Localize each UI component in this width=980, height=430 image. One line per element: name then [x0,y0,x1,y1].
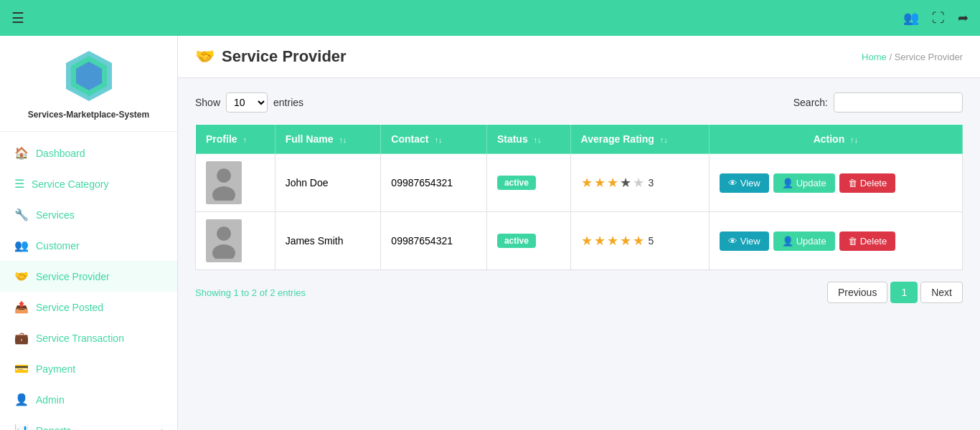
sidebar-label-service-transaction: Service Transaction [36,333,124,344]
showing-of: of [260,287,268,298]
delete-icon-2: 🗑 [848,236,857,247]
next-button[interactable]: Next [920,282,963,303]
page-1-button[interactable]: 1 [890,282,918,303]
col-average-rating[interactable]: Average Rating ↑↓ [570,125,709,154]
star-1-2: ★ [594,175,606,191]
view-button-2[interactable]: 👁 View [720,231,769,251]
service-provider-icon: 🤝 [14,269,29,283]
delete-button-2[interactable]: 🗑 Delete [839,231,896,251]
entries-select[interactable]: 10 25 50 100 [226,92,268,113]
search-label: Search: [793,97,828,108]
delete-button-1[interactable]: 🗑 Delete [839,173,896,193]
service-transaction-icon: 💼 [14,331,29,345]
contact-1: 09987654321 [391,177,453,188]
star-1-5: ★ [633,175,644,191]
sidebar-label-reports: Reports [36,425,71,431]
update-label-2: Update [796,236,826,247]
reports-arrow-icon: ‹ [160,426,163,431]
payment-icon: 💳 [14,362,29,376]
sidebar-label-service-provider: Service Provider [36,271,110,282]
sidebar-item-service-category[interactable]: ☰ Service Category [0,168,177,199]
col-full-name[interactable]: Full Name ↑↓ [275,125,381,154]
sidebar-item-service-transaction[interactable]: 💼 Service Transaction [0,322,177,353]
showing-count-val: 2 [270,287,275,298]
col-average-rating-sort: ↑↓ [660,135,668,144]
update-button-2[interactable]: 👤 Update [773,231,835,251]
star-2-1: ★ [581,233,593,249]
profile-cell-1 [196,154,275,212]
showing-entries: entries [278,287,306,298]
col-contact[interactable]: Contact ↑↓ [381,125,487,154]
avatar-2 [206,219,242,262]
sidebar: Services-Marketplace-System 🏠 Dashboard … [0,36,178,430]
breadcrumb-current: Service Provider [895,52,963,62]
stars-1: ★ ★ ★ ★ ★ 3 [581,175,699,191]
sidebar-item-customer[interactable]: 👥 Customer [0,230,177,261]
col-status-label: Status [497,133,528,145]
sidebar-item-admin[interactable]: 👤 Admin [0,384,177,415]
sidebar-item-service-posted[interactable]: 📤 Service Posted [0,292,177,322]
col-full-name-label: Full Name [286,133,334,145]
sidebar-item-dashboard[interactable]: 🏠 Dashboard [0,138,177,168]
contact-cell-2: 09987654321 [381,212,487,270]
service-category-icon: ☰ [14,177,24,191]
col-profile-sort: ↑ [242,135,247,144]
full-name-1: John Doe [286,177,329,188]
action-cell-2: 👁 View 👤 Update 🗑 Delete [709,212,962,270]
table-head: Profile ↑ Full Name ↑↓ Contact ↑↓ Stat [196,125,963,154]
table-header-row: Profile ↑ Full Name ↑↓ Contact ↑↓ Stat [196,125,963,154]
sidebar-item-payment[interactable]: 💳 Payment [0,353,177,384]
status-cell-2: active [486,212,570,270]
view-button-1[interactable]: 👁 View [720,173,769,193]
star-1-3: ★ [607,175,618,191]
breadcrumb-home[interactable]: Home [862,52,887,62]
reports-icon: 📊 [14,424,29,430]
star-1-4: ★ [620,175,631,191]
services-icon: 🔧 [14,208,29,221]
search-input[interactable] [834,92,963,113]
col-full-name-sort: ↑↓ [339,135,347,144]
app-name: Services-Marketplace-System [11,110,166,120]
previous-button[interactable]: Previous [827,282,887,303]
contact-cell-1: 09987654321 [381,154,487,212]
expand-icon[interactable]: ⛶ [932,11,945,26]
users-icon[interactable]: 👥 [903,10,919,26]
col-action-sort: ↑↓ [850,135,858,144]
showing-prefix: Showing [195,287,231,298]
table-controls: Show 10 25 50 100 entries Search: [195,92,963,113]
col-action-label: Action [814,133,845,145]
svg-point-6 [212,244,235,259]
svg-point-4 [212,186,235,201]
update-button-1[interactable]: 👤 Update [773,173,835,193]
update-icon-1: 👤 [782,178,793,188]
view-label-2: View [740,236,760,247]
sidebar-item-reports[interactable]: 📊 Reports ‹ [0,415,177,430]
sidebar-nav: 🏠 Dashboard ☰ Service Category 🔧 Service… [0,132,177,430]
content-area: 🤝 Service Provider Home / Service Provid… [178,36,980,430]
menu-toggle-icon[interactable]: ☰ [11,9,24,27]
full-name-cell-2: James Smith [275,212,381,270]
view-label-1: View [740,178,760,188]
svg-point-3 [217,168,231,183]
full-name-2: James Smith [286,235,344,247]
topbar: ☰ 👥 ⛶ ➦ [0,0,980,36]
col-status[interactable]: Status ↑↓ [486,125,570,154]
sidebar-item-service-provider[interactable]: 🤝 Service Provider [0,261,177,292]
table-area: Show 10 25 50 100 entries Search: [178,78,980,430]
logout-icon[interactable]: ➦ [958,10,969,26]
col-profile-label: Profile [206,133,237,145]
admin-icon: 👤 [14,393,29,406]
sidebar-item-services[interactable]: 🔧 Services [0,199,177,230]
customer-icon: 👥 [14,239,29,252]
page-header: 🤝 Service Provider Home / Service Provid… [178,36,980,78]
status-cell-1: active [486,154,570,212]
col-action[interactable]: Action ↑↓ [709,125,962,154]
status-badge-1: active [497,176,536,190]
page-title-wrap: 🤝 Service Provider [195,47,347,66]
pagination-wrap: Showing 1 to 2 of 2 entries Previous 1 N… [195,282,963,303]
col-profile[interactable]: Profile ↑ [196,125,275,154]
entries-label: entries [273,97,303,108]
page-title: Service Provider [222,47,347,66]
status-badge-2: active [497,234,536,248]
breadcrumb: Home / Service Provider [862,52,963,62]
